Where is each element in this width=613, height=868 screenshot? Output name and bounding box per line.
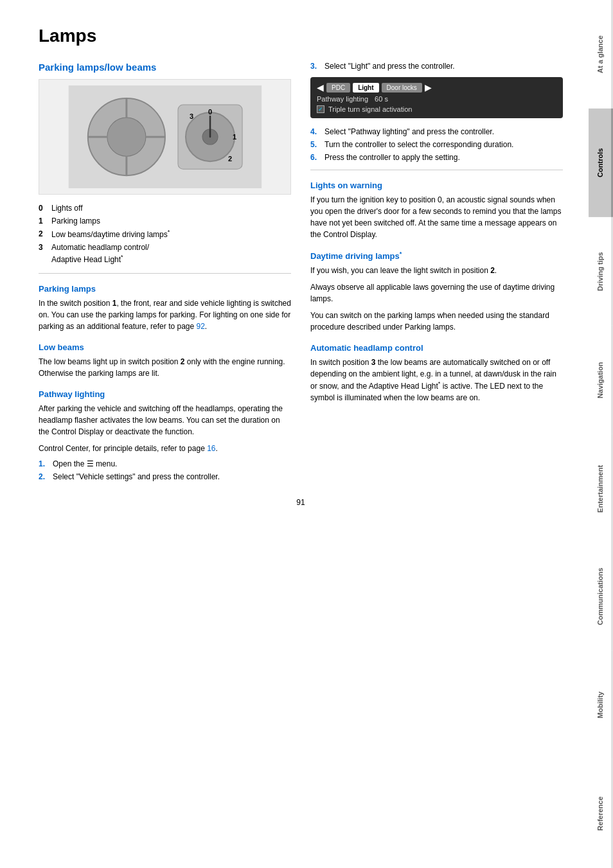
auto-headlamp-text: In switch position 3 the low beams are a…	[310, 357, 563, 403]
step-3: 3. Select "Light" and press the controll…	[310, 62, 563, 71]
page-number: 91	[39, 498, 563, 507]
cd-tab-row: ◀ PDC Light Door locks ▶	[317, 82, 556, 93]
cd-tab-light: Light	[353, 83, 378, 93]
cd-turn-signal-label: Triple turn signal activation	[328, 105, 412, 113]
steps-list-1-2: 1. Open the ☰ menu. 2. Select "Vehicle s…	[39, 459, 291, 481]
svg-point-2	[107, 118, 145, 156]
svg-text:2: 2	[228, 155, 232, 163]
svg-text:1: 1	[233, 133, 236, 141]
cd-pathway-row: Pathway lighting 60 s	[317, 95, 556, 103]
section-heading-pathway-lighting: Pathway lighting	[39, 389, 291, 399]
lights-warning-text: If you turn the ignition key to position…	[310, 194, 563, 240]
step-2: 2. Select "Vehicle settings" and press t…	[39, 472, 291, 481]
step-6: 6. Press the controller to apply the set…	[310, 153, 563, 162]
main-content: Lamps Parking lamps/low beams	[0, 0, 589, 533]
low-beams-text: The low beams light up in switch positio…	[39, 356, 291, 379]
left-main-heading: Parking lamps/low beams	[39, 62, 291, 73]
daytime-lamps-text3: You can switch on the parking lamps when…	[310, 310, 563, 333]
step-1: 1. Open the ☰ menu.	[39, 459, 291, 468]
section-heading-lights-warning: Lights on warning	[310, 181, 563, 190]
cd-tab-pdc: PDC	[326, 83, 350, 93]
sidebar-tab-mobility[interactable]: Mobility	[589, 651, 613, 759]
left-column: Parking lamps/low beams	[39, 62, 291, 485]
svg-text:3: 3	[190, 112, 193, 120]
step-3-text: Select "Light" and press the controller.	[324, 62, 455, 71]
page-title: Lamps	[39, 26, 563, 46]
light-switch-diagram: 0 1 2 3	[52, 85, 278, 188]
cd-pathway-label: Pathway lighting	[317, 95, 368, 103]
section-heading-low-beams: Low beams	[39, 342, 291, 352]
sidebar-tab-reference[interactable]: Reference	[589, 759, 613, 868]
steps-4-6: 4. Select "Pathway lighting" and press t…	[310, 127, 563, 162]
svg-text:0: 0	[208, 108, 212, 116]
step-4: 4. Select "Pathway lighting" and press t…	[310, 127, 563, 136]
cd-pathway-value: 60 s	[375, 95, 388, 103]
section-heading-auto-headlamp: Automatic headlamp control	[310, 343, 563, 353]
daytime-lamps-text2: Always observe all applicable laws gover…	[310, 281, 563, 305]
sidebar-tab-at-a-glance[interactable]: At a glance	[589, 0, 613, 109]
sidebar-tab-entertainment[interactable]: Entertainment	[589, 434, 613, 543]
list-item: 0 Lights off	[39, 202, 291, 214]
section-heading-parking-lamps: Parking lamps	[39, 284, 291, 294]
cd-tab-doorlocks: Door locks	[382, 83, 422, 93]
cd-turn-signal-row: ✓ Triple turn signal activation	[317, 105, 556, 113]
two-column-layout: Parking lamps/low beams	[39, 62, 563, 485]
daytime-lamps-text1: If you wish, you can leave the light swi…	[310, 265, 563, 276]
list-item: 3 Automatic headlamp control/Adaptive He…	[39, 242, 291, 265]
cd-right-arrow: ▶	[425, 82, 432, 93]
control-display: ◀ PDC Light Door locks ▶ Pathway lightin…	[310, 77, 563, 118]
sidebar-tab-navigation[interactable]: Navigation	[589, 326, 613, 434]
list-item: 2 Low beams/daytime driving lamps*	[39, 228, 291, 240]
car-image: 0 1 2 3	[39, 79, 291, 195]
parking-lamps-text: In the switch position 1, the front, rea…	[39, 297, 291, 332]
sidebar: At a glance Controls Driving tips Naviga…	[589, 0, 613, 868]
divider-2	[310, 170, 563, 170]
section-heading-daytime-lamps: Daytime driving lamps*	[310, 251, 563, 261]
section-divider	[39, 273, 291, 274]
sidebar-tab-driving-tips[interactable]: Driving tips	[589, 217, 613, 326]
right-column: 3. Select "Light" and press the controll…	[310, 62, 563, 485]
step-5: 5. Turn the controller to select the cor…	[310, 140, 563, 149]
pathway-lighting-text2: Control Center, for principle details, r…	[39, 443, 291, 454]
item-list: 0 Lights off 1 Parking lamps 2 Low beams…	[39, 202, 291, 265]
pathway-lighting-text1: After parking the vehicle and switching …	[39, 403, 291, 438]
cd-checkbox: ✓	[317, 105, 324, 113]
sidebar-tab-communications[interactable]: Communications	[589, 542, 613, 651]
sidebar-tab-controls[interactable]: Controls	[589, 109, 613, 217]
cd-left-arrow: ◀	[317, 82, 324, 93]
list-item: 1 Parking lamps	[39, 215, 291, 227]
